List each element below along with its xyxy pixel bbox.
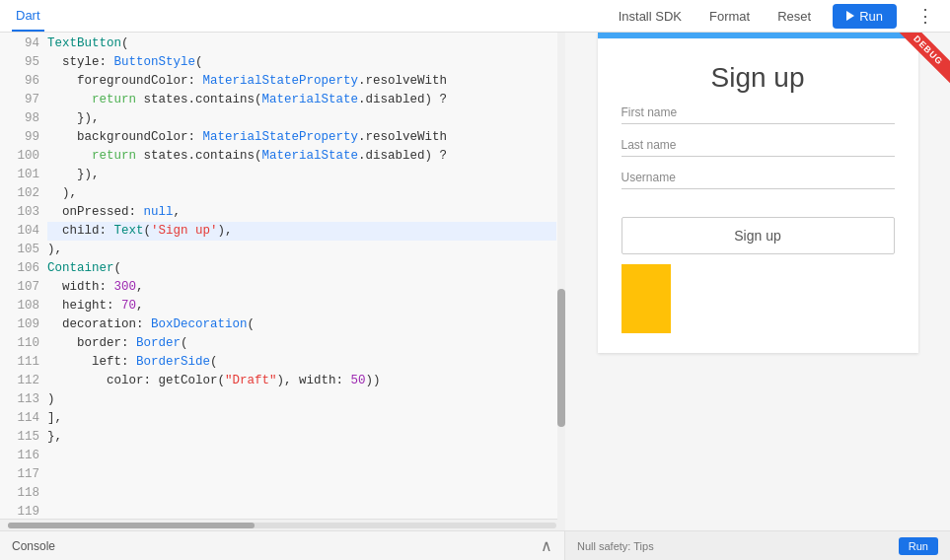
console-chevron[interactable]: ∧ xyxy=(541,536,552,555)
code-line: foregroundColor: MaterialStateProperty.r… xyxy=(47,72,556,91)
console-bar: Console ∧ xyxy=(0,530,564,560)
last-name-underline xyxy=(621,156,895,157)
last-name-label: Last name xyxy=(621,138,895,152)
format-button[interactable]: Format xyxy=(703,5,756,28)
preview-run-button[interactable]: Run xyxy=(899,537,938,555)
scrollbar-track xyxy=(8,523,556,528)
signup-button[interactable]: Sign up xyxy=(621,217,895,254)
yellow-box xyxy=(621,264,671,333)
code-line: height: 70, xyxy=(47,297,556,315)
first-name-field: First name xyxy=(621,105,895,124)
preview-bottom-bar: Null safety: Tips Run xyxy=(565,530,950,560)
code-line: return states.contains(MaterialState.dis… xyxy=(47,91,556,109)
first-name-underline xyxy=(621,123,895,124)
last-name-field: Last name xyxy=(621,138,895,157)
code-line: }), xyxy=(47,166,556,184)
code-line: TextButton( xyxy=(47,35,556,53)
code-area: 94 95 96 97 98 99 100 101 102 103 104 10… xyxy=(0,33,564,519)
code-line: decoration: BoxDecoration( xyxy=(47,315,556,334)
code-line: }, xyxy=(47,428,556,447)
signup-title: Sign up xyxy=(598,38,918,105)
code-line: backgroundColor: MaterialStateProperty.r… xyxy=(47,128,556,147)
code-line: style: ButtonStyle( xyxy=(47,53,556,72)
code-line: ), xyxy=(47,184,556,203)
code-lines[interactable]: TextButton( style: ButtonStyle( foregrou… xyxy=(47,35,564,519)
code-line-highlighted: child: Text('Sign up'), xyxy=(47,222,556,241)
code-line: color: getColor("Draft"), width: 50)) xyxy=(47,372,556,390)
code-line: }), xyxy=(47,109,556,128)
username-label: Username xyxy=(621,171,895,184)
signup-card: Sign up First name Last name Username Si… xyxy=(598,33,918,353)
code-line: return states.contains(MaterialState.dis… xyxy=(47,147,556,166)
code-line: ), xyxy=(47,241,556,259)
code-line: ) xyxy=(47,390,556,409)
install-sdk-button[interactable]: Install SDK xyxy=(613,5,688,28)
preview-panel: DEBUG Sign up First name Last name Usern… xyxy=(565,33,950,560)
run-label: Run xyxy=(859,9,883,24)
scrollbar-thumb xyxy=(8,523,255,528)
reset-button[interactable]: Reset xyxy=(771,5,817,28)
signup-form: First name Last name Username xyxy=(598,105,918,203)
code-line: border: Border( xyxy=(47,334,556,353)
username-field: Username xyxy=(621,171,895,189)
debug-label: DEBUG xyxy=(895,33,950,84)
code-content: 94 95 96 97 98 99 100 101 102 103 104 10… xyxy=(0,33,564,519)
main-content: 94 95 96 97 98 99 100 101 102 103 104 10… xyxy=(0,33,950,560)
code-line: left: BorderSide( xyxy=(47,353,556,372)
code-editor: 94 95 96 97 98 99 100 101 102 103 104 10… xyxy=(0,33,565,560)
play-icon xyxy=(846,11,854,21)
code-line: width: 300, xyxy=(47,278,556,297)
code-line: Container( xyxy=(47,259,556,278)
line-numbers: 94 95 96 97 98 99 100 101 102 103 104 10… xyxy=(0,35,47,519)
top-bar: Dart Install SDK Format Reset Run ⋮ xyxy=(0,0,950,33)
null-safety-text: Null safety: Tips xyxy=(577,540,654,552)
username-underline xyxy=(621,188,895,189)
code-line: onPressed: null, xyxy=(47,203,556,222)
debug-badge: DEBUG xyxy=(891,33,950,92)
run-button[interactable]: Run xyxy=(833,4,897,29)
first-name-label: First name xyxy=(621,105,895,119)
horizontal-scrollbar[interactable] xyxy=(0,519,564,530)
code-line: ], xyxy=(47,409,556,428)
more-options-button[interactable]: ⋮ xyxy=(913,5,938,27)
dart-tab[interactable]: Dart xyxy=(12,0,44,32)
console-label: Console xyxy=(12,539,55,553)
